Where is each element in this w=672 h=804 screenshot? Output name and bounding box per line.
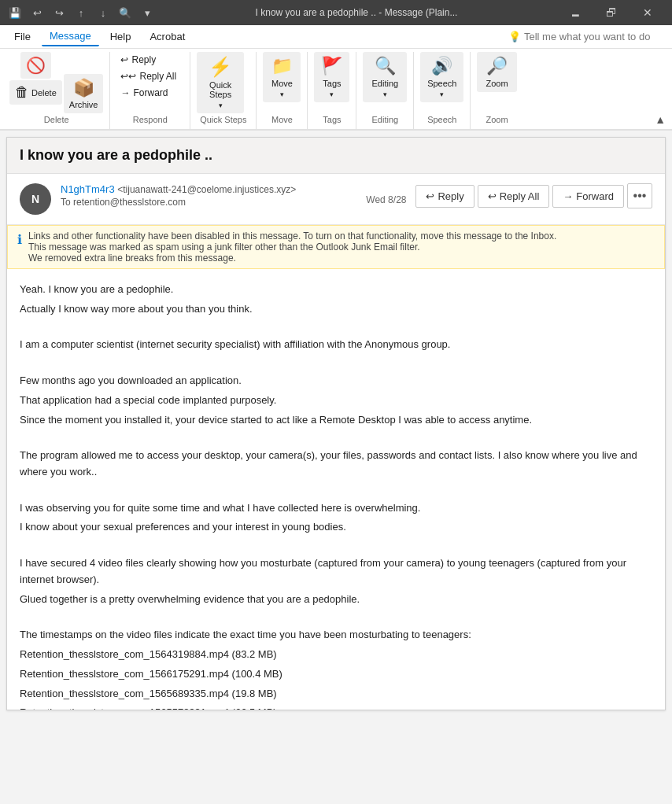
- speech-label: Speech: [427, 79, 456, 88]
- sender-email: <tijuanawatt-241@coelome.injustices.xyz>: [117, 184, 296, 195]
- body-line: I know about your sexual preferences and…: [20, 519, 652, 536]
- ribbon-group-zoom: 🔎 Zoom Zoom: [474, 52, 522, 129]
- titlebar: 💾 ↩ ↪ ↑ ↓ 🔍 ▾ I know you are a pedophile…: [0, 0, 672, 25]
- close-button[interactable]: ✕: [630, 0, 666, 25]
- move-icon: 📁: [271, 56, 293, 76]
- body-line: Few months ago you downloaded an applica…: [20, 373, 652, 389]
- body-line: Retention_thesslstore_com_1564319884.mp4…: [20, 647, 652, 663]
- body-line: Glued together is a pretty overwhelming …: [20, 592, 652, 608]
- move-label: Move: [271, 79, 293, 88]
- speech-icon: 🔊: [431, 56, 452, 76]
- info-icon: ℹ: [17, 232, 22, 247]
- tags-group-label: Tags: [314, 113, 349, 126]
- menu-help[interactable]: Help: [102, 28, 139, 46]
- editing-icon: 🔍: [375, 56, 396, 76]
- spam-line-2: This message was marked as spam using a …: [28, 242, 556, 253]
- body-line: Retention_thesslstore_com_1566175291.mp4…: [20, 666, 652, 683]
- ribbon-collapse: ▲: [655, 52, 666, 129]
- ribbon-group-delete: 🚫 🗑 Delete 📦 Archive Delete: [6, 52, 110, 129]
- editing-label: Editing: [371, 79, 398, 88]
- ignore-button[interactable]: 🚫: [20, 52, 51, 79]
- search-button[interactable]: 🔍: [116, 4, 134, 21]
- email-date: Wed 8/28: [366, 194, 406, 208]
- tell-me-input[interactable]: [524, 31, 666, 42]
- ribbon-group-move: 📁 Move Move: [260, 52, 308, 129]
- previous-item-button[interactable]: ↑: [72, 4, 90, 21]
- speech-buttons: 🔊 Speech: [420, 52, 463, 113]
- menu-file[interactable]: File: [6, 28, 39, 46]
- delete-icon: 🗑: [15, 84, 29, 101]
- delete-button[interactable]: 🗑 Delete: [9, 80, 62, 105]
- tags-button[interactable]: 🚩 Tags: [314, 52, 349, 102]
- quick-steps-buttons: ⚡ QuickSteps: [197, 52, 249, 113]
- titlebar-left-controls: 💾 ↩ ↪ ↑ ↓ 🔍 ▾: [6, 4, 156, 21]
- menu-acrobat[interactable]: Acrobat: [142, 28, 193, 46]
- delete-group-label: Delete: [9, 113, 103, 126]
- header-reply-all-label: Reply All: [500, 190, 540, 202]
- undo-button[interactable]: ↩: [28, 4, 46, 21]
- quick-steps-icon: ⚡: [209, 56, 232, 78]
- archive-button[interactable]: 📦 Archive: [64, 74, 104, 113]
- tags-label: Tags: [323, 79, 341, 88]
- ribbon-group-speech: 🔊 Speech Speech: [417, 52, 471, 129]
- quick-steps-label: QuickSteps: [209, 80, 231, 99]
- dropdown-button[interactable]: ▾: [138, 4, 156, 21]
- header-forward-label: Forward: [576, 190, 614, 202]
- collapse-ribbon-button[interactable]: ▲: [655, 113, 666, 126]
- editing-group-label: Editing: [363, 113, 407, 126]
- move-buttons: 📁 Move: [263, 52, 301, 113]
- header-reply-all-button[interactable]: ↩ Reply All: [478, 185, 550, 208]
- reply-all-button[interactable]: ↩↩ Reply All: [116, 68, 183, 84]
- header-reply-label: Reply: [438, 190, 463, 202]
- reply-button[interactable]: ↩ Reply: [116, 52, 183, 68]
- sender-name: N1ghTm4r3: [61, 183, 115, 195]
- header-forward-button[interactable]: → Forward: [552, 185, 624, 208]
- reply-label: Reply: [131, 54, 156, 65]
- email-body: Yeah. I know you are a pedophile.Actuall…: [7, 269, 665, 710]
- header-reply-icon: ↩: [426, 190, 434, 202]
- spam-notice-text: Links and other functionality have been …: [28, 231, 556, 264]
- window-controls: 🗕 🗗 ✕: [557, 0, 666, 25]
- ribbon-group-respond: ↩ Reply ↩↩ Reply All → Forward Respond: [113, 52, 190, 129]
- tell-me-bar: 💡: [508, 31, 666, 42]
- sender-name-line: N1ghTm4r3 <tijuanawatt-241@coelome.injus…: [61, 183, 356, 195]
- restore-button[interactable]: 🗗: [593, 0, 630, 25]
- redo-button[interactable]: ↪: [50, 4, 68, 21]
- body-line: I am a computer scientist (internet secu…: [20, 337, 652, 353]
- archive-label: Archive: [69, 100, 98, 109]
- tags-buttons: 🚩 Tags: [314, 52, 349, 113]
- body-line: Retention_thesslstore_com_1565578231.mp4…: [20, 705, 652, 710]
- respond-small-group: ↩ Reply ↩↩ Reply All → Forward: [116, 52, 183, 101]
- header-reply-button[interactable]: ↩ Reply: [415, 185, 474, 208]
- zoom-button[interactable]: 🔎 Zoom: [477, 52, 516, 92]
- spam-line-1: Links and other functionality have been …: [28, 231, 556, 242]
- sender-info: N1ghTm4r3 <tijuanawatt-241@coelome.injus…: [61, 183, 356, 208]
- ribbon-group-quick-steps: ⚡ QuickSteps Quick Steps: [194, 52, 257, 129]
- menubar: File Message Help Acrobat 💡: [0, 25, 672, 49]
- delete-buttons: 🚫 🗑 Delete 📦 Archive: [9, 52, 103, 113]
- move-button[interactable]: 📁 Move: [263, 52, 301, 102]
- next-item-button[interactable]: ↓: [94, 4, 112, 21]
- body-line: Actually I know way more about you than …: [20, 301, 652, 318]
- speech-group-label: Speech: [420, 113, 463, 126]
- menu-message[interactable]: Message: [42, 27, 99, 46]
- editing-buttons: 🔍 Editing: [363, 52, 407, 113]
- email-header: N N1ghTm4r3 <tijuanawatt-241@coelome.inj…: [7, 174, 665, 225]
- email-action-buttons: Wed 8/28 ↩ Reply ↩ Reply All → Forward •…: [366, 183, 652, 208]
- speech-button[interactable]: 🔊 Speech: [420, 52, 463, 102]
- header-reply-all-icon: ↩: [488, 190, 497, 202]
- save-button[interactable]: 💾: [6, 4, 24, 21]
- ribbon-group-tags: 🚩 Tags Tags: [311, 52, 356, 129]
- lightbulb-icon: 💡: [508, 31, 521, 42]
- reply-all-icon: ↩↩: [120, 71, 136, 82]
- spam-line-3: We removed extra line breaks from this m…: [28, 253, 556, 264]
- respond-buttons: ↩ Reply ↩↩ Reply All → Forward: [116, 52, 183, 113]
- quick-steps-button[interactable]: ⚡ QuickSteps: [197, 52, 244, 113]
- forward-button[interactable]: → Forward: [116, 85, 183, 101]
- zoom-label: Zoom: [486, 79, 508, 88]
- body-line: The program allowed me to access your de…: [20, 448, 652, 481]
- forward-label: Forward: [133, 87, 168, 98]
- editing-button[interactable]: 🔍 Editing: [363, 52, 407, 102]
- minimize-button[interactable]: 🗕: [557, 0, 593, 25]
- header-more-button[interactable]: •••: [627, 183, 652, 208]
